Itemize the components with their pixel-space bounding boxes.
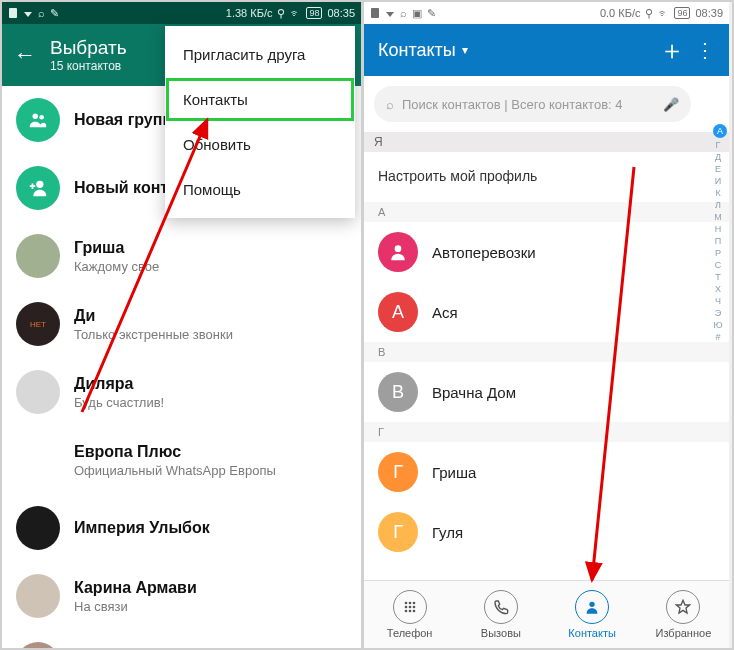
contact-row[interactable]: ААся	[364, 282, 729, 342]
menu-invite[interactable]: Пригласить друга	[165, 32, 355, 77]
contact-name: Гуля	[432, 524, 463, 541]
overflow-menu: Пригласить друга Контакты Обновить Помощ…	[165, 26, 355, 218]
avatar	[16, 506, 60, 550]
tab-label: Избранное	[656, 627, 712, 639]
alpha-letter[interactable]: П	[715, 236, 721, 246]
header-subtitle: 15 контактов	[50, 59, 127, 73]
alpha-letter[interactable]: Л	[715, 200, 721, 210]
alpha-letter[interactable]: Н	[715, 224, 722, 234]
contact-row[interactable]: Автоперевозки	[364, 222, 729, 282]
contact-row[interactable]: Империя Улыбок	[2, 494, 361, 562]
alpha-letter[interactable]: #	[715, 332, 720, 342]
contact-row[interactable]: Карина АрмавиНа связи	[2, 562, 361, 630]
wifi-icon: ᯤ	[290, 7, 301, 19]
mic-icon[interactable]: 🎤	[663, 97, 679, 112]
avatar	[16, 234, 60, 278]
svg-point-1	[33, 114, 39, 120]
clock: 08:39	[695, 7, 723, 19]
search-status-icon: ⌕	[400, 7, 407, 19]
avatar	[16, 370, 60, 414]
contact-row[interactable]: Маретта	[2, 630, 361, 648]
tab-label: Контакты	[568, 627, 616, 639]
contact-row[interactable]: ГГриша	[364, 442, 729, 502]
status-bar: ⌕ ✎ 1.38 КБ/с ⚲ ᯤ 98 08:35	[2, 2, 361, 24]
svg-point-13	[404, 610, 407, 613]
svg-point-11	[408, 606, 411, 609]
contact-row[interactable]: ГришаКаждому свое	[2, 222, 361, 290]
menu-contacts[interactable]: Контакты	[165, 77, 355, 122]
alpha-letter[interactable]: Г	[716, 140, 721, 150]
svg-point-15	[412, 610, 415, 613]
alpha-letter[interactable]: С	[715, 260, 722, 270]
alpha-letter[interactable]: Х	[715, 284, 721, 294]
tab-label: Вызовы	[481, 627, 521, 639]
alpha-letter[interactable]: Ю	[713, 320, 722, 330]
contact-name: Гриша	[74, 239, 159, 257]
alphabet-index[interactable]: ВГДЕИКЛМНПРСТХЧЭЮ#	[711, 128, 725, 342]
avatar: НЕТ	[16, 302, 60, 346]
contact-name: Диляра	[74, 375, 164, 393]
contact-name: Европа Плюс	[74, 443, 276, 461]
tab-dial[interactable]: Телефон	[364, 581, 455, 648]
contact-status: Официальный WhatsApp Европы	[74, 463, 276, 478]
tab-phone[interactable]: Вызовы	[455, 581, 546, 648]
menu-help[interactable]: Помощь	[165, 167, 355, 212]
menu-refresh[interactable]: Обновить	[165, 122, 355, 167]
avatar	[378, 232, 418, 272]
wifi-icon: ᯤ	[658, 7, 669, 19]
location-icon: ⚲	[645, 7, 653, 20]
alpha-letter[interactable]: М	[714, 212, 722, 222]
tab-bar: ТелефонВызовыКонтактыИзбранное	[364, 580, 729, 648]
svg-point-9	[412, 602, 415, 605]
contact-row[interactable]: ВВрачна Дом	[364, 362, 729, 422]
contacts-body: Я Настроить мой профиль ААвтоперевозкиАА…	[364, 132, 729, 562]
tab-person[interactable]: Контакты	[547, 581, 638, 648]
group-icon	[16, 98, 60, 142]
contact-name: Карина Армави	[74, 579, 197, 597]
contact-row[interactable]: Европа ПлюсОфициальный WhatsApp Европы	[2, 426, 361, 494]
add-contact-button[interactable]: ＋	[659, 33, 685, 68]
contact-row[interactable]: НЕТДиТолько экстренные звонки	[2, 290, 361, 358]
search-input[interactable]: ⌕ Поиск контактов | Всего контактов: 4 🎤	[374, 86, 691, 122]
overflow-icon[interactable]: ⋮	[695, 38, 715, 62]
location-icon: ⚲	[277, 7, 285, 20]
setup-profile[interactable]: Настроить мой профиль	[364, 152, 729, 202]
contact-status: На связи	[74, 599, 197, 614]
data-rate: 0.0 КБ/с	[600, 7, 641, 19]
alpha-letter[interactable]: Ч	[715, 296, 721, 306]
group-header: Г	[364, 422, 729, 442]
avatar: Г	[378, 512, 418, 552]
battery-level: 96	[674, 7, 690, 19]
contact-row[interactable]: ДиляраБудь счастлив!	[2, 358, 361, 426]
header-title-dropdown[interactable]: Контакты ▾	[378, 40, 649, 61]
header-title: Выбрать	[50, 37, 127, 59]
svg-point-16	[589, 602, 594, 607]
person-icon	[575, 590, 609, 624]
back-icon[interactable]: ←	[14, 42, 36, 68]
phone-icon	[484, 590, 518, 624]
down-icon	[23, 8, 33, 18]
avatar	[16, 574, 60, 618]
avatar	[16, 642, 60, 648]
avatar: Г	[378, 452, 418, 492]
svg-rect-5	[371, 8, 379, 18]
alpha-letter[interactable]: Т	[715, 272, 721, 282]
new-contact-label: Новый конт	[74, 179, 168, 197]
alpha-letter[interactable]: И	[715, 176, 721, 186]
brush-icon: ✎	[427, 7, 436, 20]
contact-status: Будь счастлив!	[74, 395, 164, 410]
contact-row[interactable]: ГГуля	[364, 502, 729, 562]
whatsapp-pane: ⌕ ✎ 1.38 КБ/с ⚲ ᯤ 98 08:35 ← Выбрать 15 …	[2, 2, 364, 648]
svg-point-3	[36, 181, 43, 188]
alpha-letter[interactable]: Р	[715, 248, 721, 258]
alpha-letter[interactable]: Э	[715, 308, 721, 318]
group-header: А	[364, 202, 729, 222]
tab-star[interactable]: Избранное	[638, 581, 729, 648]
alpha-letter[interactable]: Е	[715, 164, 721, 174]
group-header: В	[364, 342, 729, 362]
alpha-letter[interactable]: Д	[715, 152, 721, 162]
contact-name: Ася	[432, 304, 458, 321]
alpha-letter[interactable]: К	[715, 188, 720, 198]
contact-name: Автоперевозки	[432, 244, 536, 261]
svg-point-14	[408, 610, 411, 613]
